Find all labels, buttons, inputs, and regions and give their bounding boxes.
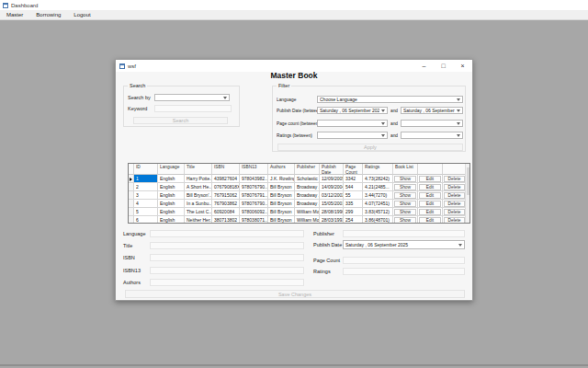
grid-cell-id[interactable]: 2 [134, 183, 158, 191]
grid-cell-authors[interactable]: J.K. Rowling [268, 175, 295, 183]
delete-button[interactable]: Delete [444, 217, 465, 224]
save-changes-button[interactable]: Save Changes [125, 290, 465, 298]
grid-cell-ratings[interactable]: 4.73(28242) [363, 175, 393, 183]
column-header[interactable]: Title [185, 164, 212, 175]
form-ratings-input[interactable] [343, 268, 465, 275]
form-page-count-input[interactable] [343, 257, 465, 264]
column-header[interactable]: ID [134, 164, 158, 175]
show-button[interactable]: Show [394, 201, 415, 207]
grid-cell-authors[interactable]: Bill Bryson [268, 191, 295, 200]
grid-cell-isbn[interactable]: 767915062 [212, 191, 240, 200]
grid-cell-publish_date[interactable]: 12/09/2005 [320, 175, 344, 183]
edit-button[interactable]: Edit [419, 201, 440, 207]
delete-button[interactable]: Delete [444, 209, 465, 215]
grid-cell-language[interactable]: English [158, 208, 185, 216]
grid-cell-page_count[interactable]: 544 [344, 183, 363, 191]
grid-cell-page_count[interactable]: 3342 [344, 175, 363, 183]
grid-cell-isbn[interactable]: 60920084 [212, 208, 240, 216]
publish-date-to-picker[interactable]: Saturday , 06 September 2025 [401, 107, 463, 114]
grid-cell-id[interactable]: 1 [134, 175, 158, 183]
edit-button[interactable]: Edit [419, 184, 440, 190]
grid-cell-id[interactable]: 6 [134, 216, 158, 224]
grid-cell-title[interactable]: Neither Her... [185, 216, 212, 224]
row-header[interactable] [129, 208, 134, 216]
grid-cell-page_count[interactable]: 335 [344, 200, 363, 208]
delete-button[interactable]: Delete [444, 201, 465, 207]
form-publisher-input[interactable] [343, 230, 465, 237]
scrollbar-thumb[interactable] [467, 167, 470, 195]
grid-cell-language[interactable]: English [158, 175, 185, 183]
grid-cell-title[interactable]: A Short He... [185, 183, 212, 191]
page-count-to-dropdown[interactable] [401, 120, 463, 127]
grid-cell-title[interactable]: Harry Potte... [185, 175, 212, 183]
delete-button[interactable]: Delete [444, 176, 465, 182]
show-button[interactable]: Show [394, 209, 415, 215]
row-header[interactable] [129, 191, 134, 200]
grid-cell-publisher[interactable]: Broadway ... [295, 183, 320, 191]
grid-cell-page_count[interactable]: 254 [344, 216, 363, 224]
column-header[interactable]: Publisher [295, 164, 320, 175]
grid-scrollbar[interactable] [465, 164, 469, 223]
grid-cell-publisher[interactable]: Broadway ... [295, 200, 320, 208]
show-button[interactable]: Show [394, 217, 415, 224]
form-isbn13-input[interactable] [150, 267, 304, 274]
grid-cell-language[interactable]: English [158, 200, 185, 208]
grid-cell-ratings[interactable]: 3.86(48701) [363, 216, 393, 224]
column-header[interactable]: ISBN [212, 164, 240, 175]
form-isbn-input[interactable] [150, 254, 304, 261]
show-button[interactable]: Show [394, 192, 415, 199]
grid-cell-publish_date[interactable]: 28/08/1990 [320, 208, 344, 216]
edit-button[interactable]: Edit [419, 176, 440, 182]
column-header[interactable]: Ratings [363, 164, 393, 175]
grid-cell-publish_date[interactable]: 03/12/2002 [320, 191, 344, 200]
edit-button[interactable]: Edit [419, 217, 440, 224]
grid-cell-id[interactable]: 5 [134, 208, 158, 216]
column-header[interactable]: Authors [268, 164, 295, 175]
grid-cell-authors[interactable]: Bill Bryson [268, 208, 295, 216]
grid-cell-publish_date[interactable]: 28/03/1993 [320, 216, 344, 224]
grid-cell-title[interactable]: Bill Bryson'... [185, 191, 212, 200]
grid-cell-publish_date[interactable]: 14/09/2004 [320, 183, 344, 191]
grid-cell-isbn13[interactable]: 978038071... [240, 216, 268, 224]
column-header[interactable]: Publish Date [320, 164, 344, 175]
grid-cell-ratings[interactable]: 4.21(2485... [363, 183, 393, 191]
grid-cell-isbn13[interactable]: 978006092... [240, 208, 268, 216]
grid-cell-ratings[interactable]: 3.44(7270) [363, 191, 393, 200]
ratings-to-dropdown[interactable] [401, 132, 463, 139]
column-header[interactable]: Language [158, 164, 185, 175]
row-header[interactable] [129, 175, 134, 183]
column-header[interactable]: ISBN13 [240, 164, 268, 175]
delete-button[interactable]: Delete [444, 184, 465, 190]
grid-cell-ratings[interactable]: 3.83(45712) [363, 208, 393, 216]
menu-borrowing[interactable]: Borrowing [29, 10, 67, 20]
page-count-from-dropdown[interactable] [317, 120, 388, 127]
row-header[interactable] [129, 216, 134, 224]
edit-button[interactable]: Edit [419, 192, 440, 199]
grid-cell-publisher[interactable]: William Mor... [295, 208, 320, 216]
search-by-dropdown[interactable] [154, 94, 230, 101]
row-header[interactable] [129, 200, 134, 208]
grid-cell-authors[interactable]: Bill Bryson [268, 200, 295, 208]
column-header[interactable]: Book List [393, 164, 418, 175]
grid-cell-publisher[interactable]: Scholastic [295, 175, 320, 183]
grid-cell-isbn13[interactable]: 978076790... [240, 183, 268, 191]
show-button[interactable]: Show [394, 176, 415, 182]
grid-cell-title[interactable]: In a Sunbu... [185, 200, 212, 208]
grid-cell-language[interactable]: English [158, 216, 185, 224]
column-header[interactable]: Page Count [344, 164, 363, 175]
grid-cell-isbn13[interactable]: 978076790... [240, 200, 268, 208]
grid-cell-isbn[interactable]: 076790818X [212, 183, 240, 191]
grid-cell-isbn13[interactable]: 978043982... [240, 175, 268, 183]
form-title-input[interactable] [150, 242, 304, 249]
grid-cell-authors[interactable]: Bill Bryson [268, 216, 295, 224]
grid-cell-ratings[interactable]: 4.07(72451) [363, 200, 393, 208]
grid-cell-authors[interactable]: Bill Bryson [268, 183, 295, 191]
search-button[interactable]: Search [133, 117, 228, 124]
grid-cell-title[interactable]: The Lost C... [185, 208, 212, 216]
grid-cell-isbn[interactable]: 767903862 [212, 200, 240, 208]
grid-cell-publish_date[interactable]: 15/05/2001 [320, 200, 344, 208]
grid-cell-isbn13[interactable]: 978076791... [240, 191, 268, 200]
grid-cell-id[interactable]: 3 [134, 191, 158, 200]
grid-cell-publisher[interactable]: William Mor... [295, 216, 320, 224]
grid-cell-language[interactable]: English [158, 183, 185, 191]
